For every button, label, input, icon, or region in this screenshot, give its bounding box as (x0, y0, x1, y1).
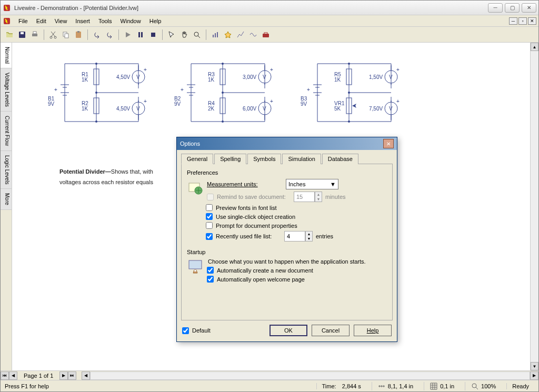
tab-logic[interactable]: Logic Levels (1, 151, 12, 189)
svg-text:7,50V: 7,50V (369, 106, 383, 112)
menu-help[interactable]: Help (145, 17, 166, 25)
svg-rect-18 (217, 32, 218, 37)
svg-point-33 (95, 120, 97, 123)
graph-icon[interactable] (235, 29, 246, 41)
copy-icon[interactable] (60, 29, 72, 41)
pause-icon[interactable] (135, 29, 146, 41)
tab-normal[interactable]: Normal (1, 43, 12, 68)
redo-icon[interactable] (104, 29, 115, 41)
status-ready: Ready (506, 383, 534, 389)
menu-edit[interactable]: Edit (32, 17, 51, 25)
svg-text:4,50V: 4,50V (116, 74, 130, 80)
undo-icon[interactable] (91, 29, 103, 41)
child-minimize[interactable]: ─ (509, 17, 517, 25)
recent-spinner[interactable]: ▲▼ (305, 231, 313, 242)
remind-value: 15 (294, 192, 315, 202)
svg-point-93 (348, 63, 350, 65)
save-icon[interactable] (16, 29, 28, 41)
svg-rect-5 (33, 32, 36, 34)
svg-point-63 (222, 92, 224, 94)
page-prev-icon[interactable]: ◀ (9, 371, 17, 380)
single-check[interactable] (206, 213, 213, 220)
tab-more[interactable]: More (1, 189, 12, 210)
ok-button[interactable]: OK (270, 325, 307, 336)
menu-view[interactable]: View (51, 17, 72, 25)
wizard-icon[interactable] (222, 29, 234, 41)
toolbox-icon[interactable] (260, 29, 272, 41)
cut-icon[interactable] (47, 29, 59, 41)
scroll-up-icon[interactable]: ▲ (531, 43, 538, 51)
tab-general[interactable]: General (181, 154, 213, 164)
menubar: File Edit View Insert Tools Window Help … (1, 15, 538, 27)
svg-point-114 (472, 384, 476, 388)
menu-tools[interactable]: Tools (94, 17, 116, 25)
tab-symbols[interactable]: Symbols (247, 154, 281, 164)
svg-rect-20 (264, 33, 267, 34)
maximize-button[interactable]: ▢ (505, 3, 520, 13)
autowelcome-check[interactable] (207, 276, 214, 283)
tab-current[interactable]: Current Flow (1, 112, 12, 150)
child-close[interactable]: ✕ (528, 17, 536, 25)
child-maximize[interactable]: ▫ (518, 17, 527, 25)
cancel-button[interactable]: Cancel (312, 325, 350, 336)
default-row: Default (182, 327, 211, 334)
svg-text:4,50V: 4,50V (116, 106, 130, 112)
zoom-icon[interactable] (191, 29, 203, 41)
chart-icon[interactable] (209, 29, 221, 41)
status-time: Time: 2,844 s (316, 383, 366, 389)
tab-simulation[interactable]: Simulation (282, 154, 321, 164)
hand-icon[interactable] (178, 29, 190, 41)
dialog-close-button[interactable]: ✕ (383, 139, 394, 148)
svg-rect-4 (32, 34, 37, 36)
svg-text:+: + (181, 87, 184, 93)
toolbar-sep (87, 29, 88, 40)
vscroll[interactable]: ▲ ▼ (530, 43, 538, 370)
scope-icon[interactable] (247, 29, 259, 41)
svg-point-15 (194, 32, 198, 36)
autonew-check[interactable] (207, 267, 214, 274)
remind-row: Remind to save document: 15 ▲▼ minutes (207, 192, 387, 202)
print-icon[interactable] (29, 29, 41, 41)
page-next-icon[interactable]: ▶ (59, 371, 68, 380)
scroll-left-icon[interactable]: ◀ (82, 371, 90, 380)
meas-select[interactable]: Inches▼ (286, 179, 338, 189)
svg-point-31 (95, 63, 97, 65)
menu-window[interactable]: Window (116, 17, 145, 25)
tab-database[interactable]: Database (322, 154, 358, 164)
svg-rect-16 (213, 35, 214, 37)
tab-voltage[interactable]: Voltage Levels (1, 68, 12, 112)
svg-point-62 (222, 63, 224, 65)
pointer-icon[interactable] (166, 29, 177, 41)
scroll-down-icon[interactable]: ▼ (531, 362, 538, 370)
tab-spelling[interactable]: Spelling (214, 154, 246, 164)
recent-check[interactable] (206, 233, 213, 240)
zoom-icon (471, 382, 479, 390)
startup-icon (187, 258, 204, 275)
paste-icon[interactable] (73, 29, 84, 41)
prompt-row: Prompt for document properties (206, 222, 387, 229)
preview-check[interactable] (206, 204, 213, 211)
recent-value[interactable]: 4 (284, 231, 305, 242)
hscroll-track[interactable] (90, 371, 530, 380)
scroll-right-icon[interactable]: ▶ (530, 371, 538, 380)
svg-text:1K: 1K (82, 77, 88, 83)
svg-text:+: + (396, 98, 400, 104)
svg-text:1K: 1K (208, 77, 215, 83)
app-icon (3, 4, 11, 12)
open-icon[interactable] (4, 29, 15, 41)
prompt-check[interactable] (206, 222, 213, 229)
page-last-icon[interactable]: ⏭ (68, 371, 76, 380)
close-button[interactable]: ✕ (522, 3, 536, 13)
default-check[interactable] (182, 327, 189, 334)
menu-insert[interactable]: Insert (71, 17, 94, 25)
help-button[interactable]: Help (354, 325, 392, 336)
play-icon[interactable] (122, 29, 134, 41)
menu-file[interactable]: File (14, 17, 32, 25)
stop-icon[interactable] (147, 29, 159, 41)
dialog-tabs: General Spelling Symbols Simulation Data… (177, 150, 397, 164)
meas-row: Measurement units: Inches▼ (207, 179, 387, 189)
window-controls: ─ ▢ ✕ (488, 3, 536, 13)
hscroll: ⏮ ◀ Page 1 of 1 ▶ ⏭ ◀ ▶ (1, 370, 538, 380)
minimize-button[interactable]: ─ (488, 3, 503, 13)
page-first-icon[interactable]: ⏮ (1, 371, 9, 380)
